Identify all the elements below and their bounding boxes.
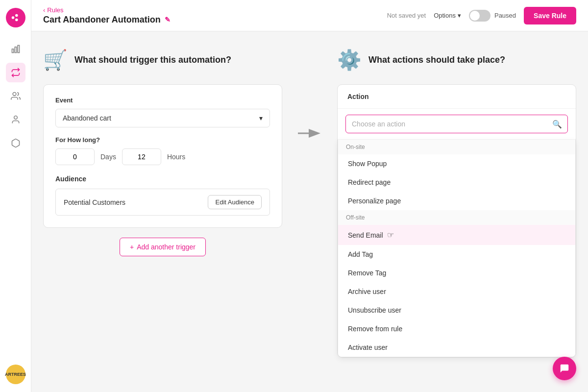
save-rule-button[interactable]: Save Rule <box>524 7 576 24</box>
trigger-icon: 🛒 <box>43 47 69 73</box>
trigger-panel-title: What should trigger this automation? <box>74 55 231 65</box>
logo[interactable] <box>6 8 25 27</box>
sidebar-item-analytics[interactable] <box>6 39 25 59</box>
svg-point-6 <box>13 93 16 96</box>
sidebar: ARTREES <box>0 0 31 392</box>
action-header: Action <box>338 85 576 109</box>
svg-rect-3 <box>12 49 13 53</box>
breadcrumb-icon: ‹ <box>43 6 45 14</box>
contacts-icon <box>11 91 21 101</box>
sidebar-item-contacts[interactable] <box>6 86 25 106</box>
action-svg-icon: ⚙️ <box>337 47 363 73</box>
send-email-label: Send Email <box>348 231 383 239</box>
not-saved-label: Not saved yet <box>387 12 426 19</box>
paused-toggle[interactable] <box>469 10 490 22</box>
chat-bubble[interactable] <box>553 357 576 380</box>
trigger-event-card: Event Abandoned cart ▾ For How long? Day… <box>43 84 282 228</box>
dropdown-item-activate-user[interactable]: Activate user <box>338 338 575 357</box>
breadcrumb[interactable]: ‹ Rules <box>43 6 171 14</box>
onsite-section-label: On-site <box>338 140 575 154</box>
svg-rect-4 <box>15 47 16 53</box>
action-search-wrapper: 🔍 <box>338 109 576 140</box>
audience-name: Potential Customers <box>64 198 125 206</box>
page-title: Cart Abandoner Automation ✎ <box>43 15 171 25</box>
toggle-knob <box>470 11 480 21</box>
user-icon <box>11 115 21 124</box>
page-title-text: Cart Abandoner Automation <box>43 15 161 25</box>
add-trigger-wrapper: + Add another trigger <box>43 238 282 256</box>
trigger-panel: 🛒 What should trigger this automation? E… <box>43 47 282 376</box>
event-label: Event <box>55 97 270 104</box>
svg-point-2 <box>15 19 18 22</box>
dropdown-item-remove-from-rule[interactable]: Remove from rule <box>338 319 575 338</box>
hours-label: Hours <box>167 153 185 161</box>
action-icon: ⚙️ <box>337 47 363 73</box>
action-title: Action <box>347 93 566 100</box>
offsite-section-label: Off-site <box>338 210 575 225</box>
sidebar-item-user[interactable] <box>6 110 25 129</box>
bar-chart-icon <box>11 44 21 54</box>
action-card: Action 🔍 On-site Show Popup Redirect pag… <box>337 84 576 358</box>
chat-icon <box>559 363 570 374</box>
breadcrumb-label[interactable]: Rules <box>47 6 63 14</box>
dropdown-item-unsubscribe-user[interactable]: Unsubscribe user <box>338 301 575 319</box>
dropdown-chevron-icon: ▾ <box>259 114 263 122</box>
svg-point-1 <box>15 14 18 17</box>
arrow-divider <box>298 47 321 376</box>
hours-input[interactable] <box>122 148 161 165</box>
svg-text:⚙️: ⚙️ <box>337 48 362 72</box>
options-label: Options <box>434 12 456 19</box>
chevron-down-icon: ▾ <box>458 12 461 19</box>
cursor-icon: ☞ <box>387 230 394 240</box>
add-trigger-button[interactable]: + Add another trigger <box>120 238 206 256</box>
svg-rect-5 <box>18 46 19 53</box>
box-icon <box>11 138 21 148</box>
trigger-panel-header: 🛒 What should trigger this automation? <box>43 47 282 73</box>
trigger-svg-icon: 🛒 <box>43 47 69 73</box>
search-icon: 🔍 <box>552 120 562 129</box>
action-panel-header: ⚙️ What actions should take place? <box>337 47 576 73</box>
main-content: ‹ Rules Cart Abandoner Automation ✎ Not … <box>31 0 588 392</box>
artrees-badge[interactable]: ARTREES <box>6 365 25 384</box>
duration-label: For How long? <box>55 136 270 144</box>
audience-section-label: Audience <box>55 175 270 183</box>
sidebar-bottom: ARTREES <box>6 365 25 384</box>
sidebar-item-automation[interactable] <box>6 63 25 82</box>
days-input[interactable] <box>55 148 95 165</box>
audience-row: Potential Customers Edit Audience <box>55 189 270 216</box>
sidebar-item-box[interactable] <box>6 133 25 153</box>
paused-toggle-wrapper: Paused <box>469 10 516 22</box>
event-value: Abandoned cart <box>63 114 111 122</box>
svg-point-0 <box>11 16 14 19</box>
dropdown-item-add-tag[interactable]: Add Tag <box>338 245 575 264</box>
dropdown-item-remove-tag[interactable]: Remove Tag <box>338 264 575 282</box>
edit-title-icon[interactable]: ✎ <box>165 16 171 24</box>
action-panel-title: What actions should take place? <box>368 55 505 65</box>
dropdown-item-redirect-page[interactable]: Redirect page <box>338 173 575 192</box>
add-trigger-label: Add another trigger <box>137 243 196 251</box>
dropdown-item-archive-user[interactable]: Archive user <box>338 282 575 301</box>
audience-section: Audience Potential Customers Edit Audien… <box>55 175 270 216</box>
dropdown-item-personalize-page[interactable]: Personalize page <box>338 192 575 210</box>
dropdown-item-show-popup[interactable]: Show Popup <box>338 154 575 173</box>
arrow-icon <box>298 125 321 141</box>
logo-icon <box>10 12 21 23</box>
event-select[interactable]: Abandoned cart ▾ <box>55 109 270 127</box>
days-label: Days <box>100 153 116 161</box>
action-dropdown-list: On-site Show Popup Redirect page Persona… <box>338 140 576 357</box>
toggle-label: Paused <box>494 12 516 19</box>
action-panel: ⚙️ What actions should take place? Actio… <box>337 47 576 376</box>
svg-text:🛒: 🛒 <box>43 48 68 72</box>
action-search-input[interactable] <box>345 115 568 133</box>
dropdown-item-send-email[interactable]: Send Email ☞ <box>338 225 575 245</box>
svg-point-7 <box>14 116 17 120</box>
options-button[interactable]: Options ▾ <box>434 12 461 19</box>
topbar: ‹ Rules Cart Abandoner Automation ✎ Not … <box>31 0 588 31</box>
duration-row: Days Hours <box>55 148 270 165</box>
automation-icon <box>11 68 21 77</box>
content-area: 🛒 What should trigger this automation? E… <box>31 31 588 392</box>
plus-icon: + <box>130 243 134 251</box>
edit-audience-button[interactable]: Edit Audience <box>208 195 262 209</box>
topbar-right: Not saved yet Options ▾ Paused Save Rule <box>387 7 576 24</box>
